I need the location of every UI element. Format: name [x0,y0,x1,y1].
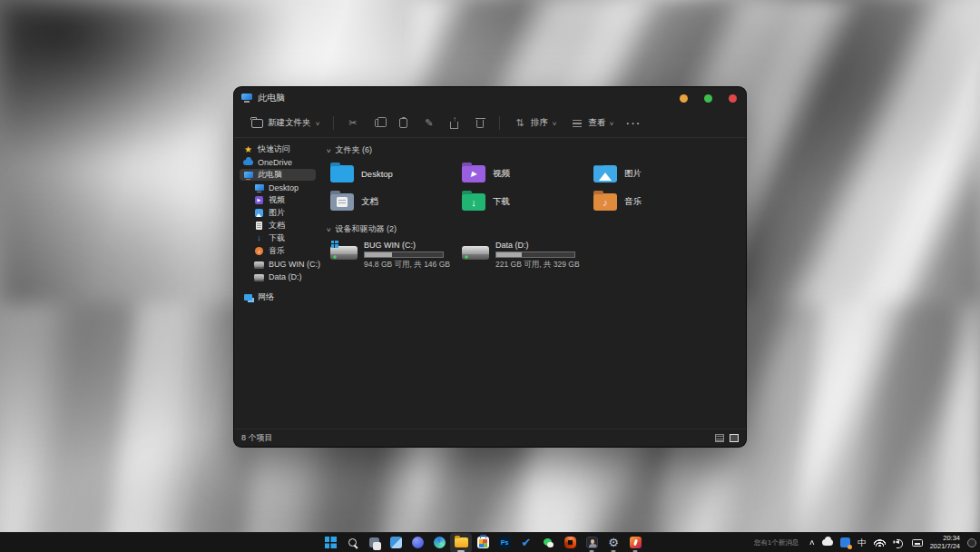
sidebar-item-label: 图片 [269,207,285,219]
pictures-icon [255,209,263,217]
network-icon [244,294,252,301]
notification-badge[interactable] [967,538,976,547]
sidebar-item-label: 视频 [269,194,285,206]
microsoft-store-button[interactable] [472,533,494,552]
check-app-button[interactable]: ✔ [515,533,537,552]
maximize-button[interactable] [704,94,712,103]
folder-label: 文档 [361,196,378,208]
details-view-toggle[interactable] [715,434,724,442]
copy-button[interactable] [368,113,389,133]
sidebar-item-onedrive[interactable]: OneDrive [240,156,316,168]
wechat-button[interactable] [537,533,559,552]
desktop-icon [255,184,264,191]
office-icon [564,537,576,548]
sidebar-item-label: 下载 [269,232,285,244]
section-header-label: 设备和驱动器 (2) [335,223,397,235]
folder-tile-pictures[interactable]: 图片 [590,160,721,188]
folder-tile-documents[interactable]: 文档 [327,188,458,216]
folders-grid: Desktop 视频 图片 文档 [327,160,737,216]
sidebar-item-network[interactable]: 网络 [240,291,316,303]
sidebar-item-quick-access[interactable]: ★ 快速访问 [240,143,316,155]
delete-button[interactable] [469,113,491,133]
start-button[interactable] [319,533,341,552]
icons-view-toggle[interactable] [730,434,739,442]
ime-indicator[interactable]: 中 [858,538,867,547]
ellipsis-icon: ··· [626,118,642,129]
documents-folder-icon [330,193,354,211]
videos-folder-icon [462,165,485,182]
task-view-icon [369,537,379,547]
folder-tile-downloads[interactable]: 下载 [458,188,590,216]
minimize-button[interactable] [680,94,688,103]
videos-icon: ▶ [255,196,263,204]
chevron-down-icon: ∨ [315,120,320,126]
drives-section-header[interactable]: ∨ 设备和驱动器 (2) [327,223,737,235]
avatar-app-button[interactable] [581,533,603,552]
sidebar-item-desktop[interactable]: Desktop [240,182,316,193]
taskbar: Ps ✔ ⚙ 您有1个新消息 ∧ 中 20:34 2021/7/24 [0,532,980,552]
star-icon: ★ [243,144,253,154]
photoshop-button[interactable]: Ps [494,533,515,552]
sidebar-item-music[interactable]: ♪ 音乐 [240,245,316,257]
tray-date: 2021/7/24 [930,543,960,551]
cortana-button[interactable] [407,533,428,552]
sidebar-item-this-pc[interactable]: 此电脑 [240,169,316,181]
folder-label: 视频 [493,168,510,180]
folder-tile-desktop[interactable]: Desktop [327,160,458,188]
rename-button[interactable]: ✎ [418,113,440,133]
this-pc-icon [244,172,253,178]
task-view-button[interactable] [363,533,385,552]
sidebar-item-pictures[interactable]: 图片 [240,207,316,219]
drive-usage-fill [365,252,392,257]
share-button[interactable] [444,113,466,133]
drive-capacity-text: 221 GB 可用, 共 329 GB [495,260,580,271]
dev-tool-icon [630,537,642,548]
new-folder-button[interactable]: 新建文件夹 ∨ [245,113,325,133]
folder-tile-music[interactable]: 音乐 [590,188,721,216]
file-explorer-button[interactable] [450,533,472,552]
wifi-icon[interactable] [874,538,886,547]
folder-tile-videos[interactable]: 视频 [458,160,590,188]
sidebar-item-documents[interactable]: 文档 [240,220,316,232]
settings-button[interactable]: ⚙ [603,533,624,552]
cloud-tray-icon[interactable] [822,539,833,546]
drive-tile-c[interactable]: BUG WIN (C:) 94.8 GB 可用, 共 146 GB [327,239,458,272]
search-button[interactable] [341,533,363,552]
sidebar-item-videos[interactable]: ▶ 视频 [240,194,316,206]
view-icon [573,120,582,127]
sidebar-item-c-drive[interactable]: BUG WIN (C:) [240,258,316,270]
paste-button[interactable] [393,113,415,133]
tray-message: 您有1个新消息 [754,538,799,547]
sort-button[interactable]: ⇅ 排序 ∨ [508,113,562,133]
chevron-down-icon: ∨ [326,226,332,232]
music-icon: ♪ [255,247,263,255]
drive-tile-d[interactable]: Data (D:) 221 GB 可用, 共 329 GB [458,239,590,272]
sidebar-item-label: Data (D:) [269,272,302,281]
chevron-down-icon: ∨ [609,120,614,126]
clock[interactable]: 20:34 2021/7/24 [930,535,960,550]
sidebar-item-label: 文档 [269,220,285,232]
folders-section-header[interactable]: ∨ 文件夹 (6) [327,144,737,156]
avatar-icon [586,537,598,548]
see-more-button[interactable]: ··· [623,113,645,133]
checkmark-icon: ✔ [522,537,532,548]
titlebar[interactable]: 此电脑 [234,87,746,109]
sidebar-item-d-drive[interactable]: Data (D:) [240,271,316,282]
drive-usage-fill [496,252,522,257]
view-button[interactable]: 查看 ∨ [565,113,619,133]
widgets-button[interactable] [385,533,407,552]
office-button[interactable] [559,533,581,552]
volume-icon[interactable] [893,538,905,547]
music-folder-icon [593,193,617,211]
window-title: 此电脑 [258,92,285,104]
paste-icon [399,118,407,128]
downloads-folder-icon [462,193,485,211]
cut-button[interactable]: ✂ [342,113,364,133]
touch-keyboard-icon[interactable] [912,539,923,547]
sync-tray-icon[interactable] [840,537,850,547]
edge-button[interactable] [428,533,450,552]
hidden-icons-chevron[interactable]: ∧ [808,539,816,547]
sidebar-item-downloads[interactable]: ↓ 下载 [240,232,316,244]
close-button[interactable] [729,94,737,103]
dev-tool-button[interactable] [624,533,646,552]
